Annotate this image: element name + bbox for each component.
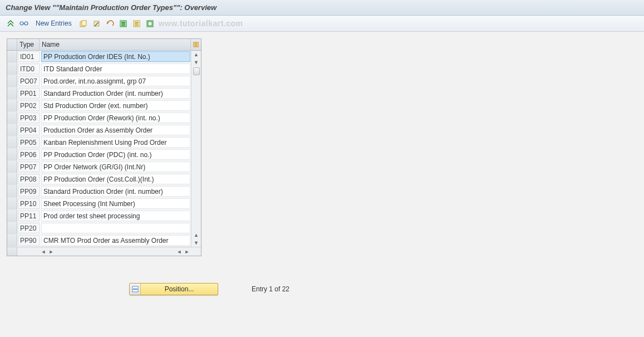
- table-row[interactable]: PP20: [7, 222, 191, 235]
- type-cell[interactable]: PP01: [18, 88, 40, 99]
- type-cell[interactable]: PP09: [18, 186, 40, 197]
- svg-rect-10: [135, 22, 139, 23]
- row-selector[interactable]: [7, 161, 17, 173]
- table-row[interactable]: PP90CMR MTO Prod Order as Assembly Order: [7, 235, 191, 247]
- type-cell[interactable]: PP03: [18, 113, 40, 123]
- name-cell[interactable]: [41, 223, 190, 233]
- type-cell[interactable]: PP20: [18, 223, 40, 233]
- position-icon: [130, 284, 141, 295]
- name-cell[interactable]: PP Order Network (GR/GI) (Int.Nr): [41, 162, 190, 172]
- scroll-down-icon[interactable]: ▼: [191, 58, 201, 66]
- scroll-right2-icon[interactable]: ►: [183, 249, 191, 255]
- name-cell[interactable]: PP Production Order (Rework) (int. no.): [41, 113, 190, 123]
- type-cell[interactable]: PP04: [18, 125, 40, 135]
- name-cell[interactable]: Kanban Replenishment Using Prod Order: [41, 137, 190, 148]
- scroll-left-icon[interactable]: ◄: [40, 249, 47, 255]
- table-row[interactable]: PO07Prod.order, int.no.assignmt, grp 07: [7, 75, 191, 87]
- table-row[interactable]: PP02Std Production Order (ext. number): [7, 100, 191, 112]
- type-cell[interactable]: PP06: [18, 149, 40, 160]
- table-row[interactable]: PP04Production Order as Assembly Order: [7, 124, 191, 136]
- name-cell[interactable]: PP Production Order (PDC) (int. no.): [41, 149, 190, 160]
- row-selector[interactable]: [7, 63, 17, 75]
- row-selector[interactable]: [7, 210, 17, 222]
- deselect-all-icon[interactable]: [144, 18, 156, 29]
- type-cell[interactable]: PP08: [18, 174, 40, 184]
- app-toolbar: New Entries www.tutorialkart.com: [0, 16, 644, 32]
- row-selector[interactable]: [7, 173, 17, 185]
- row-selector[interactable]: [7, 149, 17, 160]
- copy-icon[interactable]: [77, 18, 90, 29]
- name-cell[interactable]: Std Production Order (ext. number): [41, 100, 190, 111]
- delete-icon[interactable]: [91, 18, 103, 29]
- row-selector[interactable]: [7, 112, 17, 124]
- table-row[interactable]: ID01PP Production Order IDES (Int. No.): [7, 51, 191, 63]
- svg-rect-7: [121, 23, 125, 25]
- svg-rect-12: [135, 25, 139, 26]
- glasses-icon[interactable]: [18, 18, 30, 29]
- type-cell[interactable]: PP02: [18, 100, 40, 111]
- scroll-left2-icon[interactable]: ◄: [175, 249, 183, 255]
- scroll-up-icon[interactable]: ▲: [191, 51, 201, 58]
- type-cell[interactable]: PP11: [18, 211, 40, 221]
- column-header-name[interactable]: Name: [40, 39, 191, 50]
- scroll-down2-icon[interactable]: ▼: [191, 239, 201, 247]
- name-cell[interactable]: Standard Production Order (int. number): [41, 88, 190, 99]
- table-row[interactable]: PP06PP Production Order (PDC) (int. no.): [7, 149, 191, 161]
- name-cell[interactable]: PP Production Order IDES (Int. No.): [41, 51, 190, 62]
- type-cell[interactable]: PP90: [18, 235, 40, 246]
- svg-rect-3: [82, 21, 86, 26]
- type-cell[interactable]: PP10: [18, 198, 40, 209]
- table-row[interactable]: ITD0ITD Standard Order: [7, 63, 191, 75]
- type-cell[interactable]: ITD0: [18, 64, 40, 74]
- row-selector[interactable]: [7, 222, 17, 234]
- table-row[interactable]: PP05Kanban Replenishment Using Prod Orde…: [7, 136, 191, 149]
- type-cell[interactable]: PP07: [18, 162, 40, 172]
- expand-icon[interactable]: [4, 18, 17, 29]
- row-selector[interactable]: [7, 75, 17, 87]
- undo-icon[interactable]: [104, 18, 116, 29]
- svg-rect-4: [94, 21, 99, 26]
- type-cell[interactable]: PP05: [18, 137, 40, 148]
- new-entries-button[interactable]: New Entries: [31, 18, 76, 28]
- row-selector[interactable]: [7, 198, 17, 209]
- scroll-right-icon[interactable]: ►: [47, 249, 55, 255]
- table-row[interactable]: PP01Standard Production Order (int. numb…: [7, 87, 191, 100]
- select-block-icon[interactable]: [131, 18, 143, 29]
- name-cell[interactable]: Sheet Processing (Int Number): [41, 198, 190, 209]
- row-selector[interactable]: [7, 51, 17, 62]
- row-selector[interactable]: [7, 100, 17, 111]
- svg-rect-18: [133, 289, 137, 290]
- row-selector[interactable]: [7, 235, 17, 246]
- name-cell[interactable]: PP Production Order (Cost.Coll.)(Int.): [41, 174, 190, 184]
- table-row[interactable]: PP09Standard Production Order (int. numb…: [7, 185, 191, 198]
- row-selector[interactable]: [7, 87, 17, 99]
- name-cell[interactable]: Prod order test sheet processing: [41, 211, 190, 221]
- name-cell[interactable]: Production Order as Assembly Order: [41, 125, 190, 135]
- table-row[interactable]: PP11Prod order test sheet processing: [7, 210, 191, 222]
- configure-columns-icon[interactable]: [191, 39, 201, 50]
- entry-counter: Entry 1 of 22: [252, 285, 289, 293]
- position-button[interactable]: Position...: [129, 283, 218, 295]
- table-row[interactable]: PP08PP Production Order (Cost.Coll.)(Int…: [7, 173, 191, 185]
- vertical-scrollbar[interactable]: ▲ ▼ ▲ ▼: [191, 51, 201, 247]
- scroll-up2-icon[interactable]: ▲: [191, 231, 201, 239]
- name-cell[interactable]: Standard Production Order (int. number): [41, 186, 190, 197]
- type-cell[interactable]: PO07: [18, 76, 40, 86]
- position-button-label: Position...: [141, 285, 218, 293]
- row-selector[interactable]: [7, 124, 17, 136]
- horizontal-scrollbar[interactable]: ◄ ► ◄ ►: [7, 247, 201, 256]
- select-all-header[interactable]: [7, 39, 17, 50]
- type-cell[interactable]: ID01: [18, 51, 40, 62]
- name-cell[interactable]: ITD Standard Order: [41, 64, 190, 74]
- name-cell[interactable]: Prod.order, int.no.assignmt, grp 07: [41, 76, 190, 86]
- svg-rect-15: [194, 42, 195, 47]
- scroll-thumb[interactable]: [193, 67, 200, 75]
- table-row[interactable]: PP10Sheet Processing (Int Number): [7, 198, 191, 210]
- select-all-icon[interactable]: [117, 18, 130, 29]
- column-header-type[interactable]: Type: [17, 39, 40, 50]
- row-selector[interactable]: [7, 185, 17, 197]
- row-selector[interactable]: [7, 136, 17, 148]
- name-cell[interactable]: CMR MTO Prod Order as Assembly Order: [41, 235, 190, 246]
- table-row[interactable]: PP07PP Order Network (GR/GI) (Int.Nr): [7, 161, 191, 173]
- table-row[interactable]: PP03PP Production Order (Rework) (int. n…: [7, 112, 191, 124]
